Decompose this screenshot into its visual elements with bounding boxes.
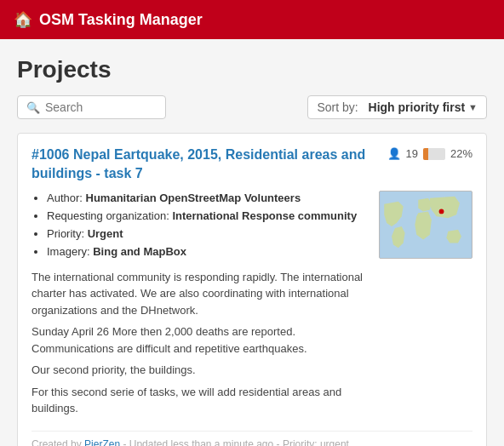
card-left: Author: Humanitarian OpenStreetMap Volun… xyxy=(32,191,369,422)
main-content: Projects 🔍 Sort by: High priority first … xyxy=(0,39,504,446)
toolbar: 🔍 Sort by: High priority first ▼ xyxy=(17,95,487,119)
page-title: Projects xyxy=(17,56,487,83)
card-description-2: Sunday April 26 More then 2,000 deaths a… xyxy=(32,323,369,357)
search-box[interactable]: 🔍 xyxy=(17,95,166,119)
footer-created: Created by xyxy=(32,438,84,446)
list-item: Priority: Urgent xyxy=(47,226,369,242)
footer-priority: urgent xyxy=(320,438,349,446)
list-item: Imagery: Bing and MapBox xyxy=(47,244,369,260)
progress-bar-fill xyxy=(423,148,428,160)
search-icon: 🔍 xyxy=(26,101,40,114)
app-header: 🏠 OSM Tasking Manager xyxy=(0,0,504,39)
footer-separator: - xyxy=(123,438,129,446)
project-title[interactable]: #1006 Nepal Eartquake, 2015, Residential… xyxy=(32,146,377,184)
meta-value: International Response community xyxy=(172,209,357,222)
footer-author[interactable]: PierZen xyxy=(84,438,120,446)
card-description-4: For this second serie of tasks, we will … xyxy=(32,384,369,417)
card-description-1: The international community is respondin… xyxy=(32,269,369,319)
card-header: #1006 Nepal Eartquake, 2015, Residential… xyxy=(32,146,472,184)
list-item: Author: Humanitarian OpenStreetMap Volun… xyxy=(47,191,369,206)
user-count: 19 xyxy=(406,147,418,160)
map-svg xyxy=(380,192,472,258)
app-title: OSM Tasking Manager xyxy=(39,11,203,29)
meta-label: Requesting organization: xyxy=(47,209,172,222)
footer-priority-label: - Priority: xyxy=(277,438,320,446)
card-footer: Created by PierZen - Updated less than a… xyxy=(32,431,472,446)
project-card: #1006 Nepal Eartquake, 2015, Residential… xyxy=(17,133,487,446)
list-item: Requesting organization: International R… xyxy=(47,209,369,224)
user-icon: 👤 xyxy=(387,147,401,160)
meta-value: Humanitarian OpenStreetMap Volunteers xyxy=(86,192,301,204)
progress-bar xyxy=(423,148,445,160)
home-icon: 🏠 xyxy=(14,10,32,29)
card-meta-list: Author: Humanitarian OpenStreetMap Volun… xyxy=(32,191,369,260)
sort-value: High priority first xyxy=(369,100,466,114)
meta-value: Urgent xyxy=(88,227,123,240)
chevron-down-icon: ▼ xyxy=(468,102,478,112)
svg-point-1 xyxy=(439,209,444,214)
sort-label: Sort by: xyxy=(317,100,358,114)
meta-value: Bing and MapBox xyxy=(93,245,186,258)
sort-dropdown[interactable]: Sort by: High priority first ▼ xyxy=(307,95,487,119)
search-input[interactable] xyxy=(45,100,157,114)
card-stats: 👤 19 22% xyxy=(387,146,473,160)
card-description-3: Our second priority, the buildings. xyxy=(32,362,369,379)
meta-label: Priority: xyxy=(47,227,88,240)
meta-label: Imagery: xyxy=(47,245,93,258)
project-map xyxy=(379,191,472,259)
card-body: Author: Humanitarian OpenStreetMap Volun… xyxy=(32,191,472,422)
progress-percent: 22% xyxy=(450,147,472,160)
meta-label: Author: xyxy=(47,192,86,204)
footer-updated: Updated less than a minute ago xyxy=(129,438,273,446)
